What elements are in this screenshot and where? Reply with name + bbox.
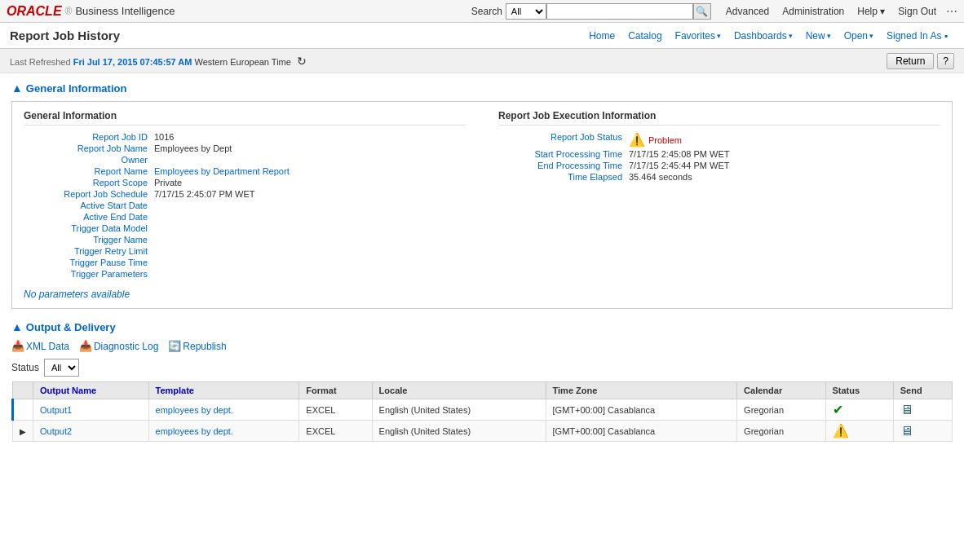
locale-header: Locale: [372, 382, 546, 399]
page-title: Report Job History: [10, 29, 120, 42]
search-label: Search: [471, 6, 502, 17]
status-ok-icon: ✔: [833, 403, 843, 417]
advanced-link[interactable]: Advanced: [726, 6, 769, 17]
search-button[interactable]: 🔍: [693, 3, 711, 20]
report-name-row: Report Name Employees by Department Repo…: [24, 166, 466, 176]
last-refreshed-info: Last Refreshed Fri Jul 17, 2015 07:45:57…: [10, 55, 307, 68]
report-name-value[interactable]: Employees by Department Report: [154, 166, 290, 176]
output-name-cell-2: Output2: [33, 421, 149, 442]
output-delivery-header: ▲ Output & Delivery: [11, 320, 953, 333]
end-processing-time-row: End Processing Time 7/17/15 2:45:44 PM W…: [498, 161, 940, 170]
trigger-retry-limit-label: Trigger Retry Limit: [24, 246, 154, 256]
administration-link[interactable]: Administration: [782, 6, 844, 17]
report-job-id-value: 1016: [154, 132, 174, 142]
time-elapsed-row: Time Elapsed 35.464 seconds: [498, 172, 940, 182]
status-problem-text: Problem: [648, 135, 682, 145]
report-job-id-row: Report Job ID 1016: [24, 132, 466, 142]
open-link[interactable]: Open▾: [844, 30, 873, 42]
status-filter-dropdown[interactable]: All: [44, 359, 79, 377]
locale-cell-2: English (United States): [372, 421, 546, 442]
status-header: Status: [825, 382, 893, 399]
status-problem-icon: ⚠️: [629, 132, 645, 148]
output-tools: 📥 XML Data 📥 Diagnostic Log 🔄 Republish: [11, 340, 953, 352]
status-cell-2: ⚠️: [825, 421, 893, 442]
diagnostic-log-link[interactable]: 📥 Diagnostic Log: [79, 340, 158, 352]
report-scope-row: Report Scope Private: [24, 178, 466, 187]
main-content: ▲ General Information General Informatio…: [0, 73, 964, 461]
report-job-name-label: Report Job Name: [24, 143, 154, 153]
collapse-general-icon[interactable]: ▲: [11, 82, 23, 95]
report-job-status-value: ⚠️ Problem: [629, 132, 682, 148]
collapse-output-icon[interactable]: ▲: [11, 320, 23, 333]
trigger-data-model-label: Trigger Data Model: [24, 223, 154, 233]
trigger-pause-time-label: Trigger Pause Time: [24, 258, 154, 267]
output2-link[interactable]: Output2: [40, 426, 72, 436]
table-row: Output1 employees by dept. EXCEL English…: [13, 399, 953, 421]
timezone-cell-2: [GMT+00:00] Casablanca: [546, 421, 737, 442]
general-info-header: ▲ General Information: [11, 82, 953, 95]
output-delivery-section: ▲ Output & Delivery 📥 XML Data 📥 Diagnos…: [11, 320, 953, 442]
new-link[interactable]: New▾: [806, 30, 831, 42]
active-end-date-row: Active End Date: [24, 212, 466, 222]
report-job-name-value: Employees by Dept: [154, 143, 232, 153]
send-cell-1: 🖥: [893, 399, 952, 421]
help-link[interactable]: Help ▾: [857, 6, 885, 17]
catalog-link[interactable]: Catalog: [628, 30, 661, 42]
general-info-left-title: General Information: [24, 110, 466, 126]
signed-in-as-link[interactable]: Signed In As ▪: [887, 30, 948, 42]
status-warn-icon: ⚠️: [833, 424, 849, 438]
timezone-cell-1: [GMT+00:00] Casablanca: [546, 399, 737, 421]
owner-row: Owner: [24, 155, 466, 165]
dashboards-link[interactable]: Dashboards▾: [734, 30, 793, 42]
table-row: ▶ Output2 employees by dept. EXCEL Engli…: [13, 421, 953, 442]
xml-data-link[interactable]: 📥 XML Data: [11, 340, 69, 352]
info-columns: General Information Report Job ID 1016 R…: [24, 110, 940, 280]
output1-link[interactable]: Output1: [40, 405, 72, 415]
send1-icon[interactable]: 🖥: [900, 403, 913, 417]
republish-icon: 🔄: [168, 340, 181, 352]
republish-link[interactable]: 🔄 Republish: [168, 340, 226, 352]
favorites-link[interactable]: Favorites▾: [675, 30, 721, 42]
last-refreshed-label: Last Refreshed: [10, 57, 71, 67]
end-processing-time-label: End Processing Time: [498, 161, 629, 170]
trigger-pause-time-row: Trigger Pause Time: [24, 258, 466, 267]
trigger-parameters-row: Trigger Parameters: [24, 269, 466, 279]
status-bar: Last Refreshed Fri Jul 17, 2015 07:45:57…: [0, 49, 964, 73]
format-cell-2: EXCEL: [299, 421, 372, 442]
expand-cell-2[interactable]: ▶: [13, 421, 33, 442]
home-link[interactable]: Home: [589, 30, 615, 42]
expand-header: [13, 382, 33, 399]
general-info-left-column: General Information Report Job ID 1016 R…: [24, 110, 466, 280]
search-input[interactable]: [546, 3, 693, 20]
search-scope-dropdown[interactable]: All: [506, 3, 546, 20]
sign-out-link[interactable]: Sign Out: [898, 6, 936, 17]
send2-icon[interactable]: 🖥: [900, 424, 913, 438]
calendar-cell-1: Gregorian: [737, 399, 825, 421]
active-end-date-label: Active End Date: [24, 212, 154, 222]
start-processing-time-row: Start Processing Time 7/17/15 2:45:08 PM…: [498, 149, 940, 159]
bi-title: Business Intelligence: [75, 5, 175, 17]
refresh-icon[interactable]: ↻: [297, 55, 307, 68]
more-options-icon: ⋯: [946, 5, 957, 18]
template1-link[interactable]: employees by dept.: [156, 405, 233, 415]
report-scope-value: Private: [154, 178, 182, 187]
template2-link[interactable]: employees by dept.: [156, 426, 233, 436]
send-header: Send: [893, 382, 952, 399]
return-button[interactable]: Return: [887, 53, 934, 69]
start-processing-time-value: 7/17/15 2:45:08 PM WET: [629, 149, 730, 159]
execution-info-title: Report Job Execution Information: [498, 110, 940, 126]
template-cell-2: employees by dept.: [148, 421, 299, 442]
report-job-status-row: Report Job Status ⚠️ Problem: [498, 132, 940, 148]
report-scope-label: Report Scope: [24, 178, 154, 187]
help-button[interactable]: ?: [937, 53, 954, 69]
trigger-parameters-label: Trigger Parameters: [24, 269, 154, 279]
report-name-label: Report Name: [24, 166, 154, 176]
search-section: Search All 🔍: [471, 3, 711, 20]
trigger-retry-limit-row: Trigger Retry Limit: [24, 246, 466, 256]
row-expand-icon[interactable]: ▶: [20, 427, 26, 436]
active-start-date-label: Active Start Date: [24, 201, 154, 210]
general-info-section-title: General Information: [26, 82, 127, 95]
xml-download-icon: 📥: [11, 340, 24, 352]
status-cell-1: ✔: [825, 399, 893, 421]
calendar-cell-2: Gregorian: [737, 421, 825, 442]
